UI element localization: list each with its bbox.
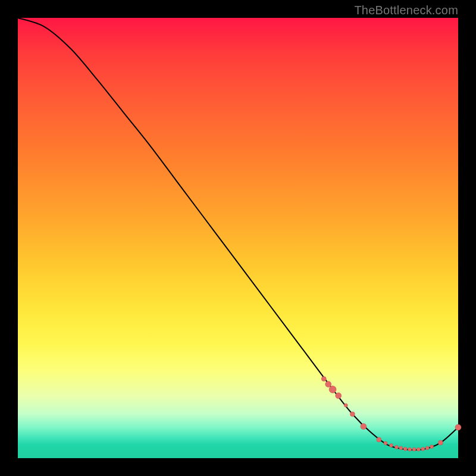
data-point bbox=[438, 440, 443, 445]
data-point bbox=[455, 424, 461, 430]
bottleneck-curve bbox=[18, 18, 458, 450]
data-point bbox=[321, 377, 326, 381]
data-point bbox=[421, 447, 425, 450]
data-point bbox=[350, 412, 355, 416]
data-point bbox=[403, 447, 407, 450]
data-point bbox=[361, 424, 367, 430]
data-point bbox=[336, 393, 342, 399]
data-point bbox=[384, 441, 387, 445]
data-point bbox=[394, 446, 398, 449]
data-point bbox=[408, 447, 412, 451]
data-point bbox=[325, 381, 331, 387]
data-point bbox=[399, 446, 403, 450]
data-points-group bbox=[321, 377, 461, 451]
data-point bbox=[390, 444, 393, 447]
data-point bbox=[430, 445, 434, 449]
data-point bbox=[412, 447, 416, 451]
chart-frame: TheBottleneck.com bbox=[0, 0, 476, 476]
chart-svg bbox=[18, 18, 458, 458]
data-point bbox=[329, 386, 336, 393]
data-point bbox=[377, 437, 381, 442]
plot-area bbox=[18, 18, 458, 458]
data-point bbox=[344, 403, 347, 407]
watermark-text: TheBottleneck.com bbox=[354, 4, 458, 17]
data-point bbox=[425, 446, 429, 450]
data-point bbox=[416, 447, 420, 451]
